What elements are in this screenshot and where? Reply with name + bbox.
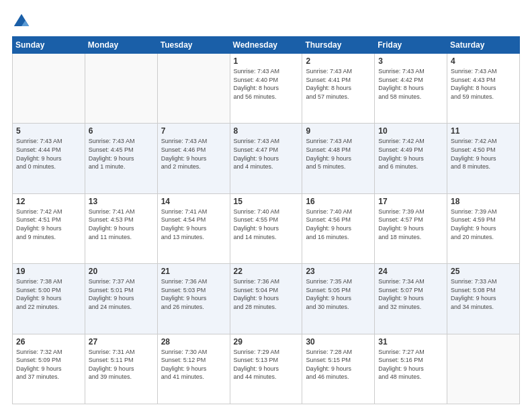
day-info: Sunrise: 7:43 AM Sunset: 4:43 PM Dayligh…	[451, 67, 516, 101]
weekday-header-row: SundayMondayTuesdayWednesdayThursdayFrid…	[13, 37, 520, 54]
day-info: Sunrise: 7:39 AM Sunset: 4:57 PM Dayligh…	[378, 208, 443, 241]
day-info: Sunrise: 7:29 AM Sunset: 5:13 PM Dayligh…	[234, 348, 299, 381]
day-number: 2	[306, 56, 371, 66]
calendar-cell: 4Sunrise: 7:43 AM Sunset: 4:43 PM Daylig…	[447, 54, 520, 124]
weekday-header-thursday: Thursday	[302, 37, 375, 54]
day-info: Sunrise: 7:37 AM Sunset: 5:01 PM Dayligh…	[89, 277, 154, 311]
calendar-cell: 30Sunrise: 7:28 AM Sunset: 5:15 PM Dayli…	[302, 334, 375, 404]
day-number: 28	[161, 337, 226, 347]
calendar-cell: 14Sunrise: 7:41 AM Sunset: 4:54 PM Dayli…	[157, 193, 230, 263]
day-number: 6	[89, 126, 154, 136]
logo-icon	[12, 12, 31, 31]
week-row-3: 12Sunrise: 7:42 AM Sunset: 4:51 PM Dayli…	[13, 193, 520, 263]
weekday-header-tuesday: Tuesday	[157, 37, 230, 54]
day-info: Sunrise: 7:31 AM Sunset: 5:11 PM Dayligh…	[89, 348, 154, 381]
calendar-cell	[157, 54, 230, 124]
day-info: Sunrise: 7:27 AM Sunset: 5:16 PM Dayligh…	[378, 348, 443, 381]
calendar-cell: 1Sunrise: 7:43 AM Sunset: 4:40 PM Daylig…	[230, 54, 302, 124]
day-number: 17	[378, 197, 443, 206]
day-number: 24	[378, 267, 443, 276]
day-number: 18	[451, 197, 516, 206]
calendar-cell	[85, 54, 157, 124]
day-info: Sunrise: 7:32 AM Sunset: 5:09 PM Dayligh…	[16, 348, 81, 381]
day-number: 7	[161, 126, 226, 136]
day-number: 13	[89, 197, 154, 206]
day-info: Sunrise: 7:42 AM Sunset: 4:49 PM Dayligh…	[378, 137, 443, 171]
calendar-cell: 6Sunrise: 7:43 AM Sunset: 4:45 PM Daylig…	[85, 124, 157, 193]
day-info: Sunrise: 7:42 AM Sunset: 4:50 PM Dayligh…	[451, 137, 516, 171]
day-number: 12	[16, 197, 81, 206]
week-row-5: 26Sunrise: 7:32 AM Sunset: 5:09 PM Dayli…	[13, 334, 520, 404]
calendar-cell	[13, 54, 85, 124]
day-number: 5	[16, 126, 81, 136]
day-info: Sunrise: 7:30 AM Sunset: 5:12 PM Dayligh…	[161, 348, 226, 381]
calendar-cell: 31Sunrise: 7:27 AM Sunset: 5:16 PM Dayli…	[375, 334, 447, 404]
calendar-cell	[447, 334, 520, 404]
calendar-cell: 3Sunrise: 7:43 AM Sunset: 4:42 PM Daylig…	[375, 54, 447, 124]
weekday-header-friday: Friday	[375, 37, 447, 54]
day-number: 21	[161, 267, 226, 276]
calendar-cell: 25Sunrise: 7:33 AM Sunset: 5:08 PM Dayli…	[447, 264, 520, 334]
day-number: 26	[16, 337, 81, 347]
calendar-cell: 20Sunrise: 7:37 AM Sunset: 5:01 PM Dayli…	[85, 264, 157, 334]
header	[12, 12, 520, 31]
calendar-cell: 12Sunrise: 7:42 AM Sunset: 4:51 PM Dayli…	[13, 193, 85, 263]
day-number: 25	[451, 267, 516, 276]
day-number: 31	[378, 337, 443, 347]
day-number: 23	[306, 267, 371, 276]
day-info: Sunrise: 7:28 AM Sunset: 5:15 PM Dayligh…	[306, 348, 371, 381]
weekday-header-wednesday: Wednesday	[230, 37, 302, 54]
week-row-4: 19Sunrise: 7:38 AM Sunset: 5:00 PM Dayli…	[13, 264, 520, 334]
day-number: 27	[89, 337, 154, 347]
day-info: Sunrise: 7:38 AM Sunset: 5:00 PM Dayligh…	[16, 277, 81, 311]
page: SundayMondayTuesdayWednesdayThursdayFrid…	[0, 0, 532, 411]
day-info: Sunrise: 7:43 AM Sunset: 4:46 PM Dayligh…	[161, 137, 226, 171]
day-number: 19	[16, 267, 81, 276]
day-info: Sunrise: 7:43 AM Sunset: 4:44 PM Dayligh…	[16, 137, 81, 171]
day-number: 22	[234, 267, 299, 276]
day-number: 16	[306, 197, 371, 206]
calendar-cell: 2Sunrise: 7:43 AM Sunset: 4:41 PM Daylig…	[302, 54, 375, 124]
calendar-cell: 11Sunrise: 7:42 AM Sunset: 4:50 PM Dayli…	[447, 124, 520, 193]
day-info: Sunrise: 7:43 AM Sunset: 4:48 PM Dayligh…	[306, 137, 371, 171]
calendar-cell: 8Sunrise: 7:43 AM Sunset: 4:47 PM Daylig…	[230, 124, 302, 193]
calendar-cell: 15Sunrise: 7:40 AM Sunset: 4:55 PM Dayli…	[230, 193, 302, 263]
weekday-header-saturday: Saturday	[447, 37, 520, 54]
day-info: Sunrise: 7:40 AM Sunset: 4:56 PM Dayligh…	[306, 208, 371, 241]
day-number: 30	[306, 337, 371, 347]
day-number: 11	[451, 126, 516, 136]
calendar-cell: 23Sunrise: 7:35 AM Sunset: 5:05 PM Dayli…	[302, 264, 375, 334]
calendar-cell: 13Sunrise: 7:41 AM Sunset: 4:53 PM Dayli…	[85, 193, 157, 263]
day-info: Sunrise: 7:42 AM Sunset: 4:51 PM Dayligh…	[16, 208, 81, 241]
week-row-1: 1Sunrise: 7:43 AM Sunset: 4:40 PM Daylig…	[13, 54, 520, 124]
calendar-cell: 17Sunrise: 7:39 AM Sunset: 4:57 PM Dayli…	[375, 193, 447, 263]
day-number: 20	[89, 267, 154, 276]
calendar-cell: 29Sunrise: 7:29 AM Sunset: 5:13 PM Dayli…	[230, 334, 302, 404]
calendar-cell: 5Sunrise: 7:43 AM Sunset: 4:44 PM Daylig…	[13, 124, 85, 193]
week-row-2: 5Sunrise: 7:43 AM Sunset: 4:44 PM Daylig…	[13, 124, 520, 193]
calendar-cell: 21Sunrise: 7:36 AM Sunset: 5:03 PM Dayli…	[157, 264, 230, 334]
day-number: 3	[378, 56, 443, 66]
calendar: SundayMondayTuesdayWednesdayThursdayFrid…	[12, 36, 520, 404]
day-info: Sunrise: 7:35 AM Sunset: 5:05 PM Dayligh…	[306, 277, 371, 311]
day-number: 10	[378, 126, 443, 136]
calendar-cell: 16Sunrise: 7:40 AM Sunset: 4:56 PM Dayli…	[302, 193, 375, 263]
day-number: 1	[234, 56, 299, 66]
calendar-cell: 10Sunrise: 7:42 AM Sunset: 4:49 PM Dayli…	[375, 124, 447, 193]
day-number: 15	[234, 197, 299, 206]
day-info: Sunrise: 7:43 AM Sunset: 4:40 PM Dayligh…	[234, 67, 299, 101]
calendar-cell: 22Sunrise: 7:36 AM Sunset: 5:04 PM Dayli…	[230, 264, 302, 334]
day-info: Sunrise: 7:40 AM Sunset: 4:55 PM Dayligh…	[234, 208, 299, 241]
day-number: 9	[306, 126, 371, 136]
day-info: Sunrise: 7:43 AM Sunset: 4:47 PM Dayligh…	[234, 137, 299, 171]
day-info: Sunrise: 7:39 AM Sunset: 4:59 PM Dayligh…	[451, 208, 516, 241]
weekday-header-sunday: Sunday	[13, 37, 85, 54]
day-info: Sunrise: 7:41 AM Sunset: 4:54 PM Dayligh…	[161, 208, 226, 241]
day-info: Sunrise: 7:43 AM Sunset: 4:41 PM Dayligh…	[306, 67, 371, 101]
calendar-cell: 9Sunrise: 7:43 AM Sunset: 4:48 PM Daylig…	[302, 124, 375, 193]
day-info: Sunrise: 7:41 AM Sunset: 4:53 PM Dayligh…	[89, 208, 154, 241]
day-info: Sunrise: 7:43 AM Sunset: 4:45 PM Dayligh…	[89, 137, 154, 171]
day-info: Sunrise: 7:43 AM Sunset: 4:42 PM Dayligh…	[378, 67, 443, 101]
logo	[12, 12, 34, 31]
day-number: 4	[451, 56, 516, 66]
